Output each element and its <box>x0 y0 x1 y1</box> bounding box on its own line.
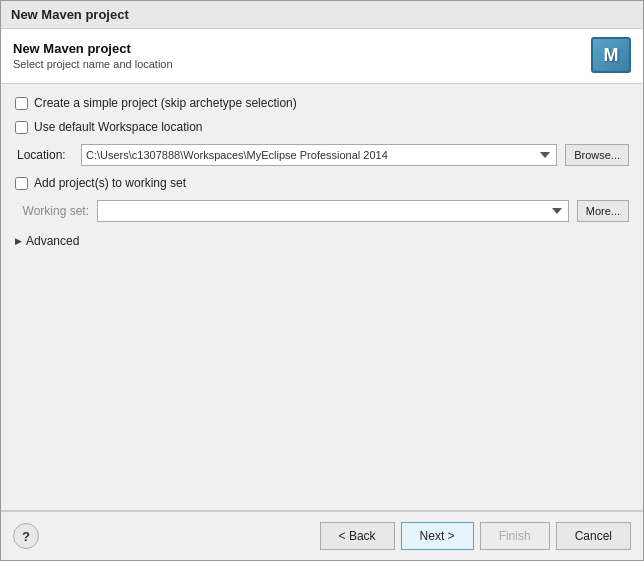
maven-icon: M <box>591 37 631 73</box>
advanced-row[interactable]: ▶ Advanced <box>15 232 629 250</box>
add-workingset-row: Add project(s) to working set <box>15 176 629 190</box>
simple-project-row: Create a simple project (skip archetype … <box>15 96 629 110</box>
more-button[interactable]: More... <box>577 200 629 222</box>
default-workspace-row: Use default Workspace location <box>15 120 629 134</box>
back-button[interactable]: < Back <box>320 522 395 550</box>
content-area: Create a simple project (skip archetype … <box>1 84 643 510</box>
location-dropdown[interactable]: C:\Users\c1307888\Workspaces\MyEclipse P… <box>81 144 557 166</box>
finish-button[interactable]: Finish <box>480 522 550 550</box>
workingset-dropdown[interactable] <box>97 200 569 222</box>
content-spacer <box>15 260 629 498</box>
default-workspace-checkbox[interactable] <box>15 121 28 134</box>
default-workspace-label[interactable]: Use default Workspace location <box>34 120 203 134</box>
help-button[interactable]: ? <box>13 523 39 549</box>
cancel-button[interactable]: Cancel <box>556 522 631 550</box>
location-row: Location: C:\Users\c1307888\Workspaces\M… <box>15 144 629 166</box>
dialog-title: New Maven project <box>11 7 129 22</box>
button-bar: ? < Back Next > Finish Cancel <box>1 511 643 560</box>
advanced-arrow-icon: ▶ <box>15 236 22 246</box>
action-buttons: < Back Next > Finish Cancel <box>320 522 631 550</box>
header-subtitle: Select project name and location <box>13 58 173 70</box>
add-workingset-checkbox[interactable] <box>15 177 28 190</box>
simple-project-label[interactable]: Create a simple project (skip archetype … <box>34 96 297 110</box>
workingset-row: Working set: More... <box>15 200 629 222</box>
advanced-label: Advanced <box>26 234 79 248</box>
location-label: Location: <box>17 148 73 162</box>
header-text: New Maven project Select project name an… <box>13 41 173 70</box>
header-title: New Maven project <box>13 41 173 56</box>
next-button[interactable]: Next > <box>401 522 474 550</box>
workingset-label: Working set: <box>17 204 89 218</box>
title-bar: New Maven project <box>1 1 643 29</box>
browse-button[interactable]: Browse... <box>565 144 629 166</box>
add-workingset-label[interactable]: Add project(s) to working set <box>34 176 186 190</box>
dialog: New Maven project New Maven project Sele… <box>0 0 644 561</box>
header-section: New Maven project Select project name an… <box>1 29 643 84</box>
simple-project-checkbox[interactable] <box>15 97 28 110</box>
